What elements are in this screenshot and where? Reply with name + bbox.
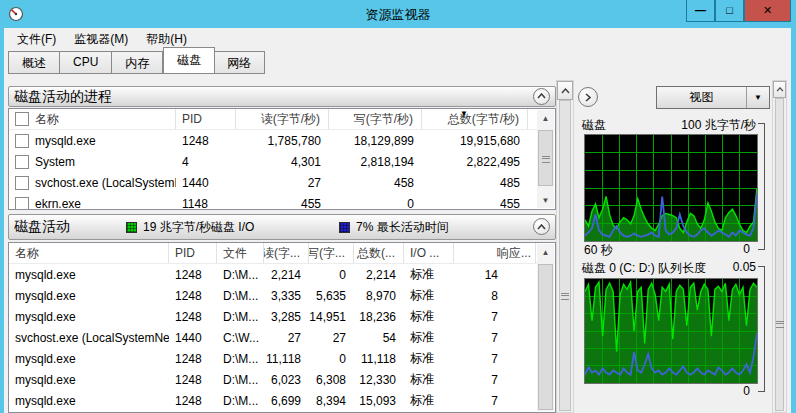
table-row[interactable]: svchost.exe (LocalSystemN...144027458485	[9, 172, 555, 193]
scroll-down-icon[interactable]: ▼	[537, 192, 554, 208]
scroll-up-icon[interactable]: ▲	[537, 110, 554, 126]
tab-磁盘[interactable]: 磁盘	[163, 47, 215, 74]
table-cell: mysqld.exe	[9, 268, 169, 282]
select-all-checkbox[interactable]	[15, 112, 29, 126]
column-header-1[interactable]: 名称	[9, 109, 176, 129]
legend-label: 7% 最长活动时间	[356, 219, 449, 236]
table-row[interactable]: mysqld.exe1248D:\M...6,6998,39415,093标准7	[9, 390, 555, 411]
cell-text: 标准	[410, 309, 434, 323]
table-cell: D:\M...	[217, 373, 264, 387]
left-pane-scrollbar[interactable]	[556, 80, 574, 413]
column-header-1[interactable]: 名称	[9, 243, 169, 263]
table-cell: 1248	[169, 268, 217, 282]
maximize-button[interactable]: □	[715, 0, 744, 22]
column-header-label: 名称	[35, 111, 59, 128]
scrollbar-thumb[interactable]	[538, 130, 553, 186]
scroll-up-icon[interactable]	[773, 81, 786, 98]
scrollbar-thumb[interactable]	[538, 264, 553, 410]
cell-text: 14	[485, 268, 498, 282]
processes-panel-header[interactable]: 磁盘活动的进程	[8, 86, 556, 107]
cell-text: C:\W...	[223, 331, 259, 345]
tab-概述[interactable]: 概述	[8, 51, 60, 74]
table-cell: 15,093	[354, 394, 404, 408]
column-header-4[interactable]: 写(字节/秒)	[329, 109, 422, 129]
table-cell: D:\M...	[217, 268, 264, 282]
dropdown-arrow-icon[interactable]: ▼	[746, 87, 769, 108]
tab-CPU[interactable]: CPU	[60, 51, 112, 74]
tab-网络[interactable]: 网络	[214, 51, 265, 74]
table-row[interactable]: mysqld.exe1248D:\M...2,21402,214标准14	[9, 264, 555, 285]
column-header-8[interactable]: 响应...	[454, 243, 536, 263]
table-cell: 2,822,495	[422, 155, 528, 169]
table-cell: 1440	[176, 176, 236, 190]
row-checkbox[interactable]	[15, 155, 29, 169]
table-cell: 27	[264, 331, 309, 345]
activity-table-scrollbar[interactable]: ▲	[537, 244, 554, 411]
cell-text: 1248	[175, 268, 202, 282]
activity-panel-header[interactable]: 磁盘活动 19 兆字节/秒磁盘 I/O 7% 最长活动时间	[8, 214, 556, 240]
expand-charts-button[interactable]	[578, 87, 598, 107]
column-header-7[interactable]: I/O ...	[404, 243, 454, 263]
column-header-3[interactable]: 读(字节/秒)	[236, 109, 329, 129]
cell-text: D:\M...	[223, 289, 258, 303]
row-checkbox[interactable]	[15, 176, 29, 190]
table-cell: 455	[236, 197, 329, 211]
table-cell: 1248	[169, 373, 217, 387]
menu-item[interactable]: 监视器(M)	[65, 29, 137, 50]
row-checkbox[interactable]	[15, 197, 29, 211]
row-checkbox[interactable]	[15, 134, 29, 148]
cell-text: 2,822,495	[467, 155, 520, 169]
activity-table-body: mysqld.exe1248D:\M...2,21402,214标准14mysq…	[9, 264, 555, 413]
table-cell: D:\M...	[217, 394, 264, 408]
cell-text: mysqld.exe	[15, 352, 76, 366]
table-cell: ekrn.exe	[9, 197, 176, 211]
cell-text: 1248	[175, 373, 202, 387]
table-row[interactable]: svchost.exe (LocalSystemNet...1440C:\W..…	[9, 327, 555, 348]
table-row[interactable]: mysqld.exe12481,785,78018,129,89919,915,…	[9, 130, 555, 151]
close-icon: ✕	[763, 5, 772, 16]
scrollbar-thumb[interactable]	[775, 98, 784, 411]
table-cell: mysqld.exe	[9, 310, 169, 324]
column-header-label: I/O ...	[410, 246, 439, 260]
table-cell: 7	[454, 310, 536, 324]
scroll-up-icon[interactable]: ▲	[537, 244, 554, 260]
close-button[interactable]: ✕	[744, 0, 791, 22]
table-row[interactable]: mysqld.exe1248D:\M...3,3355,6358,970标准8	[9, 285, 555, 306]
disk-io-legend: 19 兆字节/秒磁盘 I/O	[126, 215, 254, 239]
column-header-2[interactable]: PID	[176, 109, 236, 129]
table-cell: 2,818,194	[329, 155, 422, 169]
menu-item[interactable]: 文件(F)	[8, 29, 65, 50]
table-cell: 0	[329, 197, 422, 211]
chart2-axis-bracket	[758, 266, 765, 392]
column-header-5[interactable]: 写(字...	[309, 243, 354, 263]
view-button[interactable]: 视图 ▼	[656, 86, 770, 109]
processes-table-scrollbar[interactable]: ▲ ▼	[537, 110, 554, 208]
column-header-2[interactable]: PID	[169, 243, 217, 263]
tab-内存[interactable]: 内存	[112, 51, 163, 74]
table-row[interactable]: mysqld.exe1248D:\M...11,118011,118标准7	[9, 348, 555, 369]
column-header-label: 总数(字节/秒)	[448, 111, 519, 128]
table-row[interactable]: ekrn.exe11484550455	[9, 193, 555, 210]
scrollbar-thumb[interactable]	[559, 100, 571, 411]
column-header-4[interactable]: 读(字...	[264, 243, 309, 263]
table-row[interactable]: mysqld.exe1248D:\M...6,0236,30812,330标准7	[9, 369, 555, 390]
activity-panel-title: 磁盘活动	[9, 218, 70, 236]
resource-monitor-window: 资源监视器 — □ ✕ 文件(F)监视器(M)帮助(H) 概述CPU内存磁盘网络…	[0, 0, 796, 413]
column-header-5[interactable]: 总数(字节/秒)	[422, 109, 528, 129]
cell-text: D:\M...	[223, 394, 258, 408]
column-header-3[interactable]: 文件	[217, 243, 264, 263]
table-cell: 标准	[404, 392, 454, 409]
table-row[interactable]: System44,3012,818,1942,822,495	[9, 151, 555, 172]
column-header-6[interactable]: 总数(...	[354, 243, 404, 263]
table-cell: 3,285	[264, 310, 309, 324]
table-row[interactable]: mysqld.exe1248D:\M...3,28514,95118,236标准…	[9, 306, 555, 327]
column-header-label: PID	[175, 246, 195, 260]
chart-pane-scrollbar[interactable]	[772, 80, 787, 413]
collapse-processes-button[interactable]	[533, 88, 550, 105]
table-cell: mysqld.exe	[9, 289, 169, 303]
collapse-activity-button[interactable]	[533, 218, 550, 235]
table-cell: 8	[454, 289, 536, 303]
minimize-button[interactable]: —	[686, 0, 715, 22]
scroll-up-icon[interactable]	[557, 81, 573, 100]
table-cell: 1,785,780	[236, 134, 329, 148]
